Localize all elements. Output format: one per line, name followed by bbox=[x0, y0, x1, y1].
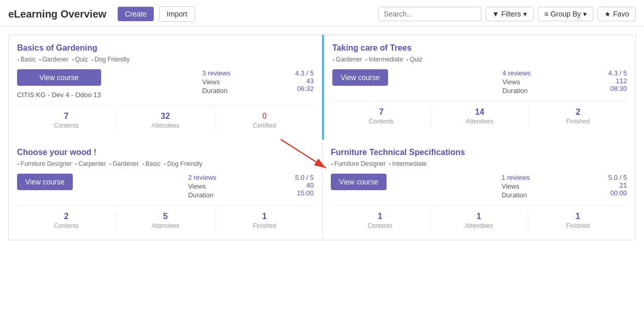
course-meta-right: 4.3 / 5 43 06:32 bbox=[295, 69, 314, 92]
groupby-icon: ≡ bbox=[544, 10, 549, 18]
company-name: CITIS KG - Dev 4 - Odoo 13 bbox=[17, 91, 101, 99]
course-title: Basics of Gardening bbox=[17, 43, 314, 53]
stat-label: Finished bbox=[215, 222, 314, 229]
stat-item: 1 Attendees bbox=[430, 210, 529, 231]
view-course-button[interactable]: View course bbox=[331, 174, 387, 190]
stat-number: 32 bbox=[116, 112, 215, 121]
stat-number: 14 bbox=[431, 107, 529, 117]
course-tag: Intermediate bbox=[365, 56, 404, 63]
views-label: Views bbox=[188, 182, 286, 190]
stat-item: 5 Attendees bbox=[116, 210, 215, 231]
filter-icon: ▼ bbox=[492, 10, 500, 18]
duration: 15:00 bbox=[295, 189, 314, 197]
page-title: eLearning Overview bbox=[8, 8, 106, 20]
stat-item: 2 Finished bbox=[529, 105, 627, 127]
duration-label: Duration bbox=[202, 87, 287, 95]
rating: 4.3 / 5 bbox=[295, 69, 314, 77]
stat-label: Contents bbox=[17, 222, 116, 229]
view-course-button[interactable]: View course bbox=[17, 69, 101, 86]
course-tags: Furniture DesignerIntermediate bbox=[331, 160, 627, 167]
stat-item: 7 Contents bbox=[17, 110, 116, 131]
course-grid: Basics of Gardening BasicGardenerQuizDog… bbox=[0, 26, 644, 249]
filters-button[interactable]: ▼ Filters ▾ bbox=[486, 7, 534, 21]
stat-label: Contents bbox=[332, 118, 430, 125]
chevron-down-icon: ▾ bbox=[523, 10, 527, 18]
course-title: Taking care of Trees bbox=[332, 43, 627, 53]
course-tags: BasicGardenerQuizDog Friendly bbox=[17, 56, 314, 63]
top-left: eLearning Overview Create Import bbox=[8, 6, 195, 22]
stat-number: 2 bbox=[17, 212, 116, 221]
stat-number: 7 bbox=[17, 112, 116, 121]
stat-label: Attendees bbox=[116, 122, 215, 129]
views-label: Views bbox=[502, 182, 600, 190]
stat-label: Finished bbox=[529, 118, 627, 125]
stat-number: 1 bbox=[430, 212, 528, 221]
course-tag: Gardener bbox=[109, 160, 139, 167]
course-tag: Dog Friendly bbox=[164, 160, 202, 167]
search-input[interactable] bbox=[378, 7, 481, 21]
stat-label: Attendees bbox=[431, 118, 529, 125]
rating: 4.3 / 5 bbox=[608, 69, 627, 77]
duration: 00:00 bbox=[608, 189, 627, 197]
stat-number: 1 bbox=[528, 212, 627, 221]
course-meta: 1 reviews Views Duration bbox=[502, 174, 600, 199]
stats-row: 7 Contents 14 Attendees 2 Finished bbox=[332, 101, 627, 127]
views-count: 112 bbox=[608, 77, 627, 85]
duration-label: Duration bbox=[502, 191, 600, 199]
course-info-row: View course CITIS KG - Dev 4 - Odoo 13 3… bbox=[17, 69, 314, 99]
course-tag: Intermediate bbox=[389, 160, 427, 167]
top-right: ▼ Filters ▾ ≡ Group By ▾ ★ Favo bbox=[378, 7, 636, 21]
stat-item: 2 Contents bbox=[17, 210, 116, 231]
stat-label: Finished bbox=[528, 222, 627, 229]
rating: 5.0 / 5 bbox=[295, 174, 314, 181]
stat-label: Attendees bbox=[430, 222, 528, 229]
views-count: 40 bbox=[295, 181, 314, 189]
stat-label: Certified bbox=[215, 122, 314, 129]
course-meta: 3 reviews Views Duration bbox=[202, 69, 287, 95]
reviews-label: 1 reviews bbox=[502, 174, 600, 181]
star-icon: ★ bbox=[604, 10, 611, 18]
course-tag: Dog Friendly bbox=[91, 56, 130, 63]
reviews-label: 4 reviews bbox=[502, 69, 600, 77]
views-count: 43 bbox=[295, 77, 314, 85]
view-course-button[interactable]: View course bbox=[17, 174, 73, 190]
reviews-label: 3 reviews bbox=[202, 69, 287, 77]
course-card-choose-wood: Choose your wood ! Furniture DesignerCar… bbox=[8, 140, 322, 240]
chevron-down-icon: ▾ bbox=[583, 10, 587, 18]
stat-label: Contents bbox=[331, 222, 429, 229]
course-meta: 4 reviews Views Duration bbox=[502, 69, 600, 95]
course-tag: Carpenter bbox=[75, 160, 106, 167]
course-tag: Basic bbox=[142, 160, 160, 167]
rating: 5.0 / 5 bbox=[608, 174, 627, 181]
stat-item: 14 Attendees bbox=[431, 105, 529, 127]
groupby-button[interactable]: ≡ Group By ▾ bbox=[538, 7, 593, 21]
import-button[interactable]: Import bbox=[159, 6, 195, 22]
duration-label: Duration bbox=[188, 191, 286, 199]
stat-item: 0 Certified bbox=[215, 110, 314, 131]
duration: 06:32 bbox=[295, 85, 314, 92]
course-tag: Gardener bbox=[332, 56, 362, 63]
stat-item: 32 Attendees bbox=[116, 110, 215, 131]
stats-row: 7 Contents 32 Attendees 0 Certified bbox=[17, 105, 314, 131]
stat-number: 1 bbox=[331, 212, 429, 221]
course-info-row: View course 4 reviews Views Duration 4.3… bbox=[332, 69, 627, 95]
course-tag: Furniture Designer bbox=[17, 160, 72, 167]
course-tag: Quiz bbox=[72, 56, 88, 63]
favorites-button[interactable]: ★ Favo bbox=[598, 7, 636, 21]
view-course-button[interactable]: View course bbox=[332, 69, 388, 86]
course-meta-right: 5.0 / 5 21 00:00 bbox=[608, 174, 627, 197]
course-tag: Quiz bbox=[406, 56, 423, 63]
top-bar: eLearning Overview Create Import ▼ Filte… bbox=[0, 0, 644, 26]
course-info-row: View course 1 reviews Views Duration 5.0… bbox=[331, 174, 627, 199]
duration-label: Duration bbox=[502, 87, 600, 95]
stat-label: Attendees bbox=[116, 222, 215, 229]
course-card-furniture-tech: Furniture Technical Specifications Furni… bbox=[322, 140, 636, 240]
stat-item: 1 Finished bbox=[528, 210, 627, 231]
course-tag: Furniture Designer bbox=[331, 160, 385, 167]
stat-item: 1 Finished bbox=[215, 210, 314, 231]
course-card-taking-care-trees: Taking care of Trees GardenerIntermediat… bbox=[322, 35, 636, 140]
stat-number: 7 bbox=[332, 107, 430, 117]
reviews-label: 2 reviews bbox=[188, 174, 286, 181]
views-label: Views bbox=[202, 78, 287, 86]
create-button[interactable]: Create bbox=[118, 7, 154, 21]
